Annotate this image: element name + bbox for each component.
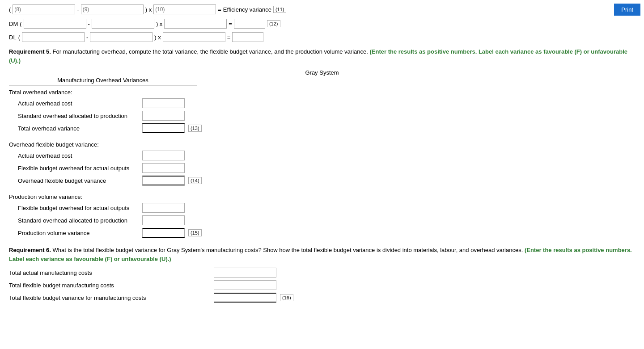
open-paren: (	[9, 6, 11, 13]
efficiency-variance-label: Efficiency variance	[223, 6, 271, 13]
dl-field-a-input[interactable]	[22, 32, 85, 42]
overhead-flexible-budget-variance-label: Overhead flexible budget variance	[9, 177, 139, 184]
req5-normal: For manufacturing overhead, compute the …	[51, 48, 368, 55]
field-8-input[interactable]	[13, 4, 75, 14]
dm-equals: =	[229, 21, 232, 27]
actual-overhead-cost-row-2: Actual overhead cost	[9, 151, 635, 160]
requirement-6-text: Requirement 6. What is the total flexibl…	[9, 246, 635, 263]
overhead-flexible-budget-variance-input[interactable]	[142, 176, 185, 185]
badge-15: (15)	[188, 229, 202, 236]
badge-11: (11)	[273, 6, 287, 13]
total-overhead-header: Total overhead variance:	[9, 89, 635, 96]
req6-section: Total actual manufacturing costs Total f…	[9, 268, 635, 303]
total-overhead-variance-input[interactable]	[142, 123, 185, 133]
total-actual-mfg-costs-row: Total actual manufacturing costs	[9, 268, 635, 278]
req6-bold: Requirement 6.	[9, 247, 51, 253]
standard-overhead-row-1: Standard overhead allocated to productio…	[9, 111, 635, 121]
total-overhead-variance-row: Total overhead variance (13)	[9, 123, 635, 133]
standard-overhead-label-1: Standard overhead allocated to productio…	[9, 113, 139, 119]
total-actual-mfg-costs-label: Total actual manufacturing costs	[9, 269, 210, 276]
standard-overhead-input-2[interactable]	[142, 215, 185, 225]
minus-sign-1: -	[77, 6, 79, 13]
dl-field-c-input[interactable]	[163, 32, 225, 42]
dl-open-paren: (	[18, 34, 20, 41]
field-9-input[interactable]	[81, 4, 144, 14]
flexible-budget-overhead-label: Flexible budget overhead for actual outp…	[9, 165, 139, 172]
company-name: Gray System	[9, 69, 635, 76]
dm-result-input[interactable]	[234, 19, 265, 29]
standard-overhead-label-2: Standard overhead allocated to productio…	[9, 217, 139, 224]
dm-field-b-input[interactable]	[92, 19, 154, 29]
requirement-5-text: Requirement 5. For manufacturing overhea…	[9, 47, 635, 65]
total-overhead-variance-label: Total overhead variance	[9, 125, 139, 132]
dl-field-b-input[interactable]	[90, 32, 153, 42]
total-flexible-budget-mfg-costs-row: Total flexible budget manufacturing cost…	[9, 280, 635, 290]
total-flexible-budget-variance-row: Total flexible budget variance for manuf…	[9, 293, 635, 303]
flexible-budget-overhead-label-2: Flexible budget overhead for actual outp…	[9, 205, 139, 211]
dm-row: DM ( - ) x = (12)	[9, 19, 635, 29]
total-flexible-budget-mfg-costs-input[interactable]	[214, 280, 276, 290]
standard-overhead-row-2: Standard overhead allocated to productio…	[9, 215, 635, 225]
dm-field-a-input[interactable]	[24, 19, 86, 29]
total-flexible-budget-mfg-costs-label: Total flexible budget manufacturing cost…	[9, 282, 210, 289]
dm-minus: -	[88, 21, 90, 27]
badge-14: (14)	[188, 177, 202, 184]
section-title: Manufacturing Overhead Variances	[9, 77, 197, 85]
dm-open-paren: (	[20, 21, 21, 27]
dm-label: DM	[9, 21, 18, 27]
field-10-input[interactable]	[153, 4, 216, 14]
efficiency-variance-formula: ( - ) x = Efficiency variance (11)	[9, 4, 635, 14]
actual-overhead-cost-row-1: Actual overhead cost	[9, 98, 635, 108]
dl-close-paren-x: ) x	[154, 34, 161, 41]
production-volume-variance-section: Production volume variance: Flexible bud…	[9, 193, 635, 238]
badge-16: (16)	[280, 294, 293, 301]
print-button[interactable]: Print	[614, 4, 640, 16]
actual-overhead-cost-label-1: Actual overhead cost	[9, 100, 139, 107]
total-flexible-budget-variance-label: Total flexible budget variance for manuf…	[9, 294, 210, 301]
flexible-budget-overhead-row-2: Flexible budget overhead for actual outp…	[9, 203, 635, 213]
standard-overhead-input-1[interactable]	[142, 111, 185, 121]
production-volume-variance-label: Production volume variance	[9, 230, 139, 236]
dm-close-paren-x: ) x	[156, 21, 162, 27]
production-volume-header: Production volume variance:	[9, 193, 635, 200]
req5-bold: Requirement 5.	[9, 48, 51, 55]
close-paren-x: ) x	[145, 6, 152, 13]
production-volume-variance-input[interactable]	[142, 228, 185, 238]
actual-overhead-cost-label-2: Actual overhead cost	[9, 152, 139, 159]
dl-result-input[interactable]	[232, 32, 263, 42]
badge-12: (12)	[267, 20, 280, 27]
badge-13: (13)	[188, 125, 202, 132]
actual-overhead-cost-input-1[interactable]	[142, 98, 185, 108]
production-volume-variance-row: Production volume variance (15)	[9, 228, 635, 238]
req6-normal: What is the total flexible budget varian…	[51, 247, 523, 253]
equals-sign: =	[218, 6, 221, 13]
flexible-budget-header: Overhead flexible budget variance:	[9, 141, 635, 148]
flexible-budget-overhead-row: Flexible budget overhead for actual outp…	[9, 163, 635, 173]
dm-field-c-input[interactable]	[164, 19, 227, 29]
total-actual-mfg-costs-input[interactable]	[214, 268, 276, 278]
dl-row: DL ( - ) x =	[9, 32, 635, 42]
dl-label: DL	[9, 34, 17, 41]
overhead-flexible-budget-variance-row: Overhead flexible budget variance (14)	[9, 176, 635, 185]
total-overhead-variance-section: Total overhead variance: Actual overhead…	[9, 89, 635, 133]
total-flexible-budget-variance-input[interactable]	[214, 293, 276, 303]
flexible-budget-overhead-input[interactable]	[142, 163, 185, 173]
dl-equals: =	[227, 34, 231, 41]
dl-minus: -	[86, 34, 88, 41]
flexible-budget-variance-section: Overhead flexible budget variance: Actua…	[9, 141, 635, 185]
flexible-budget-overhead-input-2[interactable]	[142, 203, 185, 213]
actual-overhead-cost-input-2[interactable]	[142, 151, 185, 160]
